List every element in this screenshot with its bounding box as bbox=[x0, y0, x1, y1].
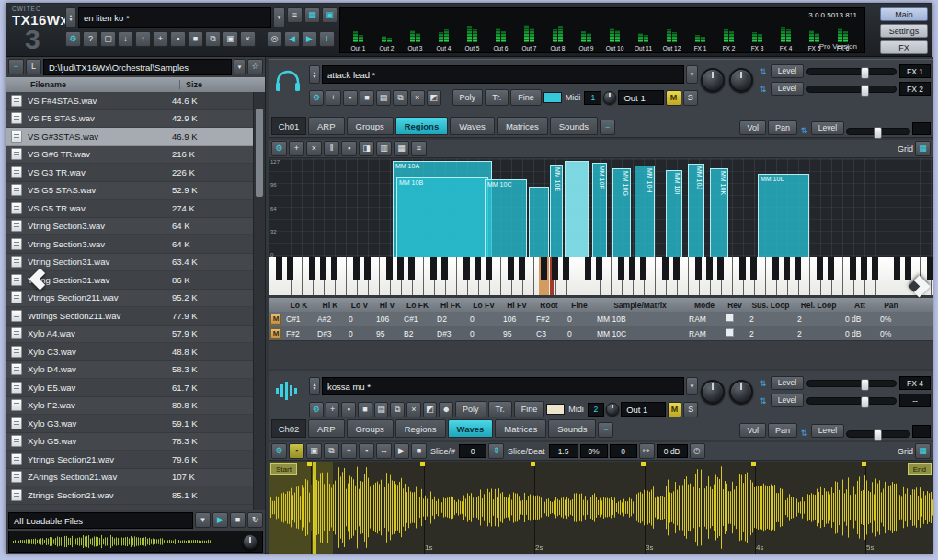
VS G#3STAS.wav[interactable]: VS G#3STAS.wav 46.9 K bbox=[6, 128, 253, 146]
VS G5 STAS.wav[interactable]: VS G5 STAS.wav 52.9 K bbox=[6, 182, 253, 200]
updown-icon[interactable]: ⇅ bbox=[758, 396, 768, 406]
cell-root[interactable]: C3 bbox=[533, 329, 565, 338]
preview-volume-knob[interactable] bbox=[242, 533, 258, 550]
reverse-checkbox[interactable] bbox=[726, 328, 734, 337]
cell-rel-loop[interactable]: 2 bbox=[795, 314, 842, 324]
channel-level-button[interactable]: Level bbox=[811, 424, 844, 438]
channel-level-slider[interactable] bbox=[846, 430, 910, 438]
program-dropdown-button[interactable]: ▼ bbox=[686, 377, 698, 395]
cell-sus-loop[interactable]: 2 bbox=[747, 329, 795, 338]
grid-toggle-button[interactable]: ▦ bbox=[915, 443, 931, 459]
zoom-in-button[interactable]: + bbox=[341, 443, 357, 459]
next-button[interactable]: ▶ bbox=[302, 31, 317, 47]
tab-regions[interactable]: Regions bbox=[395, 117, 448, 135]
solo-stop-button[interactable]: ■ bbox=[360, 90, 374, 106]
region-block[interactable]: MM 10B bbox=[396, 177, 488, 257]
delete-button[interactable]: × bbox=[410, 90, 425, 106]
region-column-header[interactable]: Mode bbox=[686, 301, 723, 310]
tempo-sync-button[interactable]: ◷ bbox=[690, 443, 705, 459]
copy-button[interactable]: ⧉ bbox=[393, 90, 407, 106]
updown-icon[interactable]: ⇅ bbox=[758, 379, 768, 388]
slice-tool-button[interactable]: ▪ bbox=[289, 443, 304, 459]
gain-value[interactable]: 0 dB bbox=[657, 444, 688, 458]
slice-stepper-button[interactable]: ⇕ bbox=[488, 443, 504, 459]
copy-button[interactable]: ⧉ bbox=[390, 402, 405, 417]
Ytrings Section21.wav[interactable]: Ytrings Section21.wav 79.6 K bbox=[6, 451, 253, 469]
region-block[interactable]: MM 10L bbox=[758, 174, 809, 257]
send-fx-target[interactable]: FX 2 bbox=[899, 82, 931, 96]
VS F5 STAS.wav[interactable]: VS F5 STAS.wav 42.9 K bbox=[6, 110, 253, 129]
Vtrings Section211.wav[interactable]: Vtrings Section211.wav 95.2 K bbox=[6, 290, 253, 308]
tab-arp[interactable]: ARP bbox=[308, 419, 345, 438]
updown-icon[interactable]: ⇅ bbox=[758, 67, 768, 76]
alert-button[interactable]: ! bbox=[319, 31, 335, 47]
tab-groups[interactable]: Groups bbox=[347, 419, 394, 438]
add-button[interactable]: + bbox=[326, 402, 340, 417]
midi-channel-value[interactable]: 2 bbox=[588, 403, 604, 417]
Xylo G5.wav[interactable]: Xylo G5.wav 78.3 K bbox=[6, 433, 253, 451]
browser-lock-button[interactable]: L bbox=[26, 59, 41, 74]
fit-button[interactable]: ↔ bbox=[376, 443, 392, 459]
wave-gear-button[interactable]: ⚙ bbox=[271, 443, 287, 459]
delete-region-button[interactable]: × bbox=[306, 141, 322, 156]
transpose-button[interactable]: Tr. bbox=[485, 89, 509, 106]
region-block[interactable]: MM 10G bbox=[612, 168, 631, 257]
end-marker[interactable]: End bbox=[908, 463, 932, 475]
copy-button[interactable]: ⧉ bbox=[205, 31, 221, 47]
poly-button[interactable]: Poly bbox=[452, 89, 484, 106]
group-pan-knob[interactable] bbox=[729, 68, 753, 92]
add-button[interactable]: + bbox=[326, 90, 340, 106]
stop-all-button[interactable]: ▪ bbox=[170, 31, 186, 47]
remove-tab-button[interactable]: − bbox=[600, 120, 615, 135]
cell-att[interactable]: 0 dB bbox=[842, 314, 877, 324]
region-column-header[interactable]: Hi FV bbox=[500, 301, 533, 310]
slice-beat-value[interactable]: 1.5 bbox=[549, 444, 578, 458]
path-selector[interactable]: D:\ljud\TX16Wx\Orchestral\Samples bbox=[43, 59, 232, 75]
stop-button[interactable]: ■ bbox=[411, 443, 427, 459]
help-button[interactable]: ? bbox=[83, 31, 98, 47]
tab-matrices[interactable]: Matrices bbox=[495, 419, 546, 438]
group-tune-knob[interactable] bbox=[701, 68, 725, 92]
patch-spinner[interactable]: ▲▼ bbox=[65, 7, 76, 28]
send-fx-target[interactable]: FX 4 bbox=[899, 376, 931, 390]
Xylo G3.wav[interactable]: Xylo G3.wav 59.1 K bbox=[6, 415, 253, 433]
marker-button[interactable]: ▣ bbox=[306, 443, 322, 459]
program-selector[interactable]: kossa mu * bbox=[322, 377, 684, 395]
delete-button[interactable]: × bbox=[240, 31, 256, 47]
cell-sample[interactable]: MM 10C bbox=[594, 329, 686, 338]
tab-sounds[interactable]: Sounds bbox=[550, 117, 598, 135]
nav-fx-button[interactable]: FX bbox=[880, 40, 928, 54]
invert-button[interactable]: ◩ bbox=[427, 90, 441, 106]
file-list-scrollbar[interactable] bbox=[253, 92, 265, 510]
send-level-slider[interactable] bbox=[806, 397, 897, 405]
region-block[interactable] bbox=[529, 187, 549, 257]
pause-button[interactable]: ‖ bbox=[324, 141, 339, 156]
region-column-header[interactable]: Root bbox=[533, 301, 565, 310]
cell-sus-loop[interactable]: 2 bbox=[747, 314, 795, 324]
group-pan-knob[interactable] bbox=[729, 380, 753, 404]
list-view-button[interactable]: ≡ bbox=[411, 141, 427, 156]
waveform-display[interactable]: Start End 1s 2s 3s 4s 5s bbox=[269, 462, 933, 554]
vol-button[interactable]: Vol bbox=[739, 120, 766, 135]
cell-hi-vel[interactable]: 95 bbox=[373, 329, 401, 338]
region-column-header[interactable]: Lo FK bbox=[401, 301, 434, 310]
group-color-swatch[interactable] bbox=[543, 92, 562, 103]
slice-num-value[interactable]: 0 bbox=[459, 444, 486, 458]
region-column-header[interactable]: Sus. Loop bbox=[747, 301, 795, 310]
transpose-button[interactable]: Tr. bbox=[488, 401, 512, 417]
region-column-header[interactable]: Rev bbox=[723, 301, 747, 310]
region-column-header[interactable]: Pan bbox=[877, 301, 905, 310]
tab-sounds[interactable]: Sounds bbox=[548, 419, 596, 438]
cell-att[interactable]: 0 dB bbox=[842, 329, 877, 338]
stop-button[interactable]: ▪ bbox=[341, 141, 357, 156]
output-selector[interactable]: Out 1 bbox=[618, 90, 664, 105]
browser-collapse-button[interactable]: − bbox=[8, 59, 24, 74]
tab-regions[interactable]: Regions bbox=[395, 419, 446, 438]
region-block[interactable]: MM 10F bbox=[592, 163, 607, 257]
layout-button[interactable]: ▦ bbox=[304, 7, 320, 23]
send-fx-target[interactable]: -- bbox=[899, 394, 931, 407]
solo-stop-button[interactable]: ■ bbox=[358, 402, 372, 417]
program-dropdown-button[interactable]: ▼ bbox=[686, 65, 698, 84]
offset-value[interactable]: 0 bbox=[610, 444, 637, 458]
send-level-button[interactable]: Level bbox=[771, 376, 804, 390]
